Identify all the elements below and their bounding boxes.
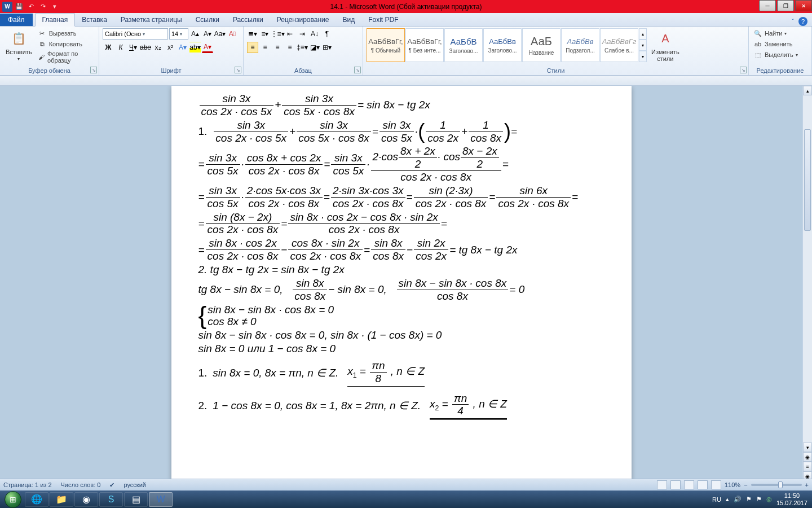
tab-insert[interactable]: Вставка — [75, 14, 114, 26]
style-subtle[interactable]: АаБбВвГгСлабое в... — [600, 28, 638, 62]
style-heading1[interactable]: АаБбВЗаголово... — [444, 28, 483, 62]
tab-foxit[interactable]: Foxit PDF — [361, 14, 405, 26]
paste-button[interactable]: 📋 Вставить ▾ — [3, 28, 34, 63]
proofing-icon[interactable]: ✔ — [109, 481, 114, 489]
cut-button[interactable]: ✂Вырезать — [37, 28, 95, 38]
task-ie[interactable]: 🌐 — [25, 492, 48, 507]
tray-lang[interactable]: RU — [712, 496, 721, 503]
style-subtitle[interactable]: АаБбВвПодзагол... — [561, 28, 599, 62]
format-painter-button[interactable]: 🖌Формат по образцу — [37, 50, 95, 64]
align-right-button[interactable]: ≡ — [272, 42, 283, 53]
styles-scroll[interactable]: ▴▾▾ — [639, 28, 647, 62]
task-app[interactable]: ▤ — [124, 492, 148, 507]
tray-network-icon[interactable]: ⚑ — [746, 496, 752, 503]
copy-button[interactable]: ⧉Копировать — [37, 39, 95, 49]
tab-home[interactable]: Главная — [35, 13, 76, 27]
tab-layout[interactable]: Разметка страницы — [114, 14, 189, 26]
system-tray[interactable]: RU ▴ 🔊 ⚑ ⚑ ◎ 11:50 15.07.2017 — [712, 492, 810, 506]
increase-indent-button[interactable]: ⇥ — [297, 28, 308, 40]
word-count[interactable]: Число слов: 0 — [61, 481, 101, 488]
view-web[interactable] — [684, 480, 694, 489]
task-explorer[interactable]: 📁 — [50, 492, 73, 507]
minimize-button[interactable]: ─ — [759, 0, 776, 11]
page-indicator[interactable]: Страница: 1 из 2 — [3, 481, 52, 488]
find-button[interactable]: 🔍Найти▾ — [752, 28, 799, 38]
view-print-layout[interactable] — [657, 480, 667, 489]
ruler[interactable] — [0, 76, 812, 86]
font-color-button[interactable]: A▾ — [202, 42, 213, 53]
style-heading2[interactable]: АаБбВвЗаголово... — [483, 28, 522, 62]
grow-font-button[interactable]: A▴ — [189, 28, 201, 40]
style-no-spacing[interactable]: АаБбВвГг,¶ Без инте... — [405, 28, 444, 62]
scroll-down-button[interactable]: ▾ — [803, 443, 812, 452]
clipboard-launcher[interactable]: ↘ — [90, 67, 97, 73]
view-draft[interactable] — [711, 480, 721, 489]
zoom-slider[interactable] — [751, 484, 802, 486]
zoom-in-button[interactable]: + — [805, 481, 809, 488]
zoom-level[interactable]: 110% — [725, 481, 740, 488]
scroll-thumb[interactable] — [804, 129, 811, 231]
change-styles-button[interactable]: A Изменить стили — [649, 28, 682, 63]
shading-button[interactable]: ◪▾ — [309, 42, 320, 53]
task-skype[interactable]: S — [99, 492, 123, 507]
browse-object-button[interactable]: ≡ — [803, 462, 812, 471]
view-outline[interactable] — [698, 480, 708, 489]
qat-redo-button[interactable]: ↷ — [38, 2, 48, 12]
justify-button[interactable]: ≡ — [284, 42, 295, 53]
bold-button[interactable]: Ж — [103, 42, 114, 53]
styles-launcher[interactable]: ↘ — [740, 67, 747, 73]
font-size-combo[interactable]: 14▾ — [169, 28, 188, 40]
tab-mailings[interactable]: Рассылки — [226, 14, 270, 26]
highlight-button[interactable]: ab▾ — [189, 42, 201, 53]
show-marks-button[interactable]: ¶ — [321, 28, 333, 40]
numbering-button[interactable]: ≡▾ — [259, 28, 271, 40]
decrease-indent-button[interactable]: ⇤ — [284, 28, 295, 40]
start-button[interactable] — [2, 491, 24, 508]
view-full-screen[interactable] — [670, 480, 681, 489]
borders-button[interactable]: ⊞▾ — [321, 42, 333, 53]
underline-button[interactable]: Ч▾ — [127, 42, 139, 53]
qat-undo-button[interactable]: ↶ — [26, 2, 36, 12]
subscript-button[interactable]: x₂ — [152, 42, 164, 53]
text-effects-button[interactable]: A▾ — [177, 42, 188, 53]
tray-action-icon[interactable]: ⚑ — [756, 496, 762, 503]
style-normal[interactable]: АаБбВвГг,¶ Обычный — [367, 28, 405, 62]
change-case-button[interactable]: Aa▾ — [214, 28, 226, 40]
restore-button[interactable]: ❐ — [777, 0, 794, 11]
task-chrome[interactable]: ◉ — [74, 492, 98, 507]
tray-clock[interactable]: 11:50 15.07.2017 — [776, 492, 807, 506]
replace-button[interactable]: abЗаменить — [752, 39, 799, 49]
tray-show-hidden-icon[interactable]: ▴ — [726, 496, 729, 503]
italic-button[interactable]: К — [115, 42, 126, 53]
tray-av-icon[interactable]: ◎ — [766, 496, 772, 503]
align-left-button[interactable]: ≡ — [247, 42, 258, 53]
close-button[interactable]: ✕ — [795, 0, 812, 11]
scroll-track[interactable] — [803, 95, 812, 443]
zoom-out-button[interactable]: − — [744, 481, 747, 488]
zoom-knob[interactable] — [778, 481, 783, 488]
multilevel-button[interactable]: ⋮≡▾ — [272, 28, 283, 40]
line-spacing-button[interactable]: ‡≡▾ — [297, 42, 308, 53]
tab-view[interactable]: Вид — [336, 14, 361, 26]
align-center-button[interactable]: ≡ — [259, 42, 271, 53]
font-name-combo[interactable]: Calibri (Осно▾ — [103, 28, 168, 40]
prev-page-button[interactable]: ◉ — [803, 452, 812, 462]
superscript-button[interactable]: x² — [165, 42, 176, 53]
language-indicator[interactable]: русский — [123, 481, 145, 488]
strike-button[interactable]: abe — [140, 42, 151, 53]
document-area[interactable]: sin 3xcos 2x · cos 5x + sin 3xcos 5x · c… — [0, 86, 802, 481]
tab-file[interactable]: Файл — [0, 14, 33, 26]
task-word[interactable]: W — [149, 492, 173, 507]
vertical-scrollbar[interactable]: ▴ ▾ ◉ ≡ ◉ — [802, 86, 812, 481]
qat-customize-button[interactable]: ▾ — [50, 2, 60, 12]
tab-references[interactable]: Ссылки — [189, 14, 226, 26]
select-button[interactable]: ⬚Выделить▾ — [752, 50, 799, 60]
minimize-ribbon-button[interactable]: ˇ — [792, 18, 794, 25]
paragraph-launcher[interactable]: ↘ — [354, 67, 361, 73]
tab-review[interactable]: Рецензирование — [270, 14, 336, 26]
tray-volume-icon[interactable]: 🔊 — [734, 496, 742, 503]
help-button[interactable]: ? — [798, 17, 807, 26]
font-launcher[interactable]: ↘ — [235, 67, 241, 73]
scroll-up-button[interactable]: ▴ — [803, 86, 812, 95]
sort-button[interactable]: A↓ — [309, 28, 320, 40]
